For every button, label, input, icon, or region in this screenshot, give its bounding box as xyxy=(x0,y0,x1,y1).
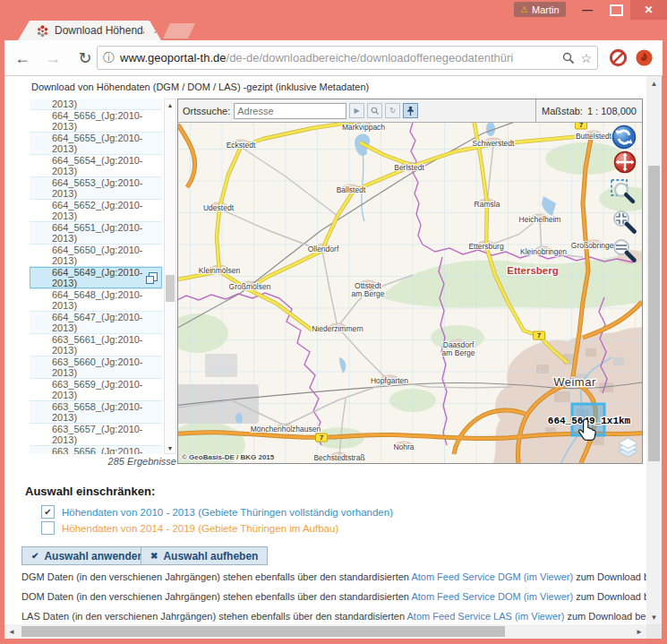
selected-tile-label: 664_5649_1x1km xyxy=(548,416,631,426)
map-pan-button[interactable] xyxy=(613,150,637,174)
map-town-label: Schwerstedt xyxy=(473,139,515,148)
list-item-label: 2013) xyxy=(52,99,77,109)
run-search-button[interactable]: ▶ xyxy=(349,103,364,118)
list-item-label: 663_5659_(Jg:2010-2013) xyxy=(52,379,143,400)
list-item[interactable]: 663_5661_(Jg:2010-2013) xyxy=(30,334,162,356)
map-panel: Ortssuche: ▶ ↻ Maßstab: 1 : 108,000 xyxy=(177,99,643,464)
scrollbar-left-icon[interactable]: ◄ xyxy=(6,624,17,639)
scale-box: Maßstab: 1 : 108,000 xyxy=(535,99,642,122)
map-town-label: Ballstedt xyxy=(337,185,366,194)
vertical-scrollbar[interactable]: ▲ ▼ xyxy=(646,76,662,624)
horizontal-scrollbar[interactable]: ◄ ► xyxy=(4,624,646,639)
page-info-icon[interactable]: ⓘ xyxy=(103,50,115,66)
list-item[interactable]: 664_5655_(Jg:2010-2013) xyxy=(30,133,162,155)
map-city-label: Weimar xyxy=(553,375,596,389)
map-town-label: Nohra xyxy=(393,442,414,451)
address-bar[interactable]: ⓘ www.geoportal-th.de/de-de/downloadbere… xyxy=(97,46,598,70)
forward-button[interactable]: → xyxy=(41,47,64,70)
list-item[interactable]: 664_5656_(Jg:2010-2013) xyxy=(30,110,162,133)
pushpin-icon xyxy=(406,106,415,116)
search-icon[interactable] xyxy=(562,52,575,64)
scrollbar-down-icon[interactable]: ▼ xyxy=(646,612,662,623)
list-item[interactable]: 664_5648_(Jg:2010-2013) xyxy=(30,289,162,312)
filters-heading: Auswahl einschränken: xyxy=(25,485,155,498)
list-scrollbar[interactable]: ▲ ▼ xyxy=(164,99,176,454)
scale-value: 1 : 108,000 xyxy=(587,106,637,116)
atom-feed-dgm-link[interactable]: Atom Feed Service DGM (im Viewer) xyxy=(411,571,573,582)
map-town-label: Heichelheim xyxy=(519,215,561,224)
scrollbar-right-icon[interactable]: ► xyxy=(634,624,645,639)
map-town-label: Kleinobringen xyxy=(520,247,567,256)
map-layers-button[interactable] xyxy=(616,436,640,460)
tab-title: Download Höhendaten xyxy=(55,24,144,37)
list-item-label: 664_5653_(Jg:2010-2013) xyxy=(52,177,143,199)
route-badge-label: 7 xyxy=(537,331,541,339)
list-item[interactable]: 663_5659_(Jg:2010-2013) xyxy=(30,379,162,401)
list-item[interactable]: 664_5654_(Jg:2010-2013) xyxy=(30,155,162,177)
horizontal-scrollbar-thumb[interactable] xyxy=(21,626,505,637)
list-item-label: 663_5658_(Jg:2010-2013) xyxy=(52,401,143,423)
reload-button[interactable]: ↻ xyxy=(73,47,97,70)
scroll-up-icon[interactable]: ▲ xyxy=(165,99,175,110)
filter-option-2010[interactable]: ✔ Höhendaten von 2010 - 2013 (Gebiete Th… xyxy=(41,505,393,519)
clear-selection-button[interactable]: ✖ Auswahl aufheben xyxy=(141,546,268,565)
map-toolbar: Ortssuche: ▶ ↻ Maßstab: 1 : 108,000 xyxy=(178,99,642,123)
zoom-to-result-button[interactable] xyxy=(367,103,382,118)
map-town-label: Berlstedt xyxy=(394,163,424,172)
vertical-scrollbar-thumb[interactable] xyxy=(648,166,660,461)
list-item[interactable]: 663_5656_(Jg:2010- xyxy=(30,446,162,454)
checkbox-2010-checked[interactable]: ✔ xyxy=(41,505,55,519)
map-zoom-box-button[interactable] xyxy=(610,178,637,205)
map-town-label: Ettersburg xyxy=(468,242,503,251)
map-canvas[interactable]: 777 MarkvippachEckstedtSchwerstedtButtel… xyxy=(178,123,642,463)
tab-close-button[interactable]: ✕ xyxy=(153,26,160,36)
map-town-label: am Berge xyxy=(352,289,385,298)
close-window-button[interactable]: ✕ xyxy=(630,0,667,20)
list-item[interactable]: 664_5650_(Jg:2010-2013) xyxy=(30,245,162,267)
pin-marker-button[interactable] xyxy=(403,103,418,118)
note-las-text: LAS Daten (in den verschienen Jahrgängen… xyxy=(21,611,407,622)
apply-selection-button[interactable]: ✔ Auswahl anwenden xyxy=(21,546,154,565)
map-zoom-in-button[interactable] xyxy=(611,208,637,235)
filter-option-2014[interactable]: Höhendaten von 2014 - 2019 (Gebiete Thür… xyxy=(41,521,338,535)
profile-badge[interactable]: ⚠ Martin xyxy=(514,2,566,17)
list-item[interactable]: 664_5653_(Jg:2010-2013) xyxy=(30,177,162,200)
minimize-button[interactable]: — xyxy=(573,0,602,20)
bookmark-star-icon[interactable]: ☆ xyxy=(580,51,592,65)
list-item[interactable]: 663_5658_(Jg:2010-2013) xyxy=(30,401,162,424)
map-refresh-button[interactable] xyxy=(611,125,637,150)
checkbox-2014-unchecked[interactable] xyxy=(41,521,55,535)
list-item[interactable]: 664_5647_(Jg:2010-2013) xyxy=(30,312,162,334)
atom-feed-las-link[interactable]: Atom Feed Service LAS (im Viewer) xyxy=(407,611,565,622)
list-item[interactable]: 663_5660_(Jg:2010-2013) xyxy=(30,356,162,379)
map-copyright: © GeoBasis-DE / BKG 2015 xyxy=(182,453,275,461)
note-dgm-tail: zum Download bereit. xyxy=(573,571,646,582)
back-button[interactable]: ← xyxy=(11,47,34,70)
map-town-label: Buttelstedt xyxy=(576,132,612,141)
url-host: www.geoportal-th.de xyxy=(120,51,227,64)
reset-search-button[interactable]: ↻ xyxy=(385,103,400,118)
list-item[interactable]: 664_5649_(Jg:2010-2013) xyxy=(30,267,162,289)
list-item[interactable]: 664_5651_(Jg:2010-2013) xyxy=(30,222,162,245)
scrollbar-up-icon[interactable]: ▲ xyxy=(646,78,662,89)
map-zoom-out-button[interactable] xyxy=(611,236,637,263)
url-path: /de-de/downloadbereiche/downloadoffenege… xyxy=(227,51,514,64)
list-scrollbar-thumb[interactable] xyxy=(166,275,175,302)
filter-option-label-2010: Höhendaten von 2010 - 2013 (Gebiete Thür… xyxy=(62,507,393,518)
list-item-label: 664_5655_(Jg:2010-2013) xyxy=(52,133,143,154)
address-search-input[interactable] xyxy=(234,103,346,119)
scroll-down-icon[interactable]: ▼ xyxy=(165,442,175,453)
maximize-button[interactable] xyxy=(602,0,630,20)
atom-feed-dom-link[interactable]: Atom Feed Service DOM (im Viewer) xyxy=(411,591,573,602)
page-intro: Download von Höhendaten (DGM / DOM / LAS… xyxy=(31,82,369,92)
list-item[interactable]: 2013) xyxy=(30,99,162,110)
open-popout-icon[interactable] xyxy=(149,272,158,281)
extension-icon-blocker[interactable] xyxy=(609,48,628,67)
cross-icon: ✖ xyxy=(150,551,158,561)
new-tab-button[interactable] xyxy=(163,23,195,39)
extension-icon-flame[interactable] xyxy=(635,48,654,67)
list-item[interactable]: 663_5657_(Jg:2010-2013) xyxy=(30,424,162,446)
browser-tab[interactable]: Download Höhendaten ✕ xyxy=(18,21,161,40)
map-town-label: am Berge xyxy=(442,348,475,357)
list-item[interactable]: 664_5652_(Jg:2010-2013) xyxy=(30,200,162,222)
